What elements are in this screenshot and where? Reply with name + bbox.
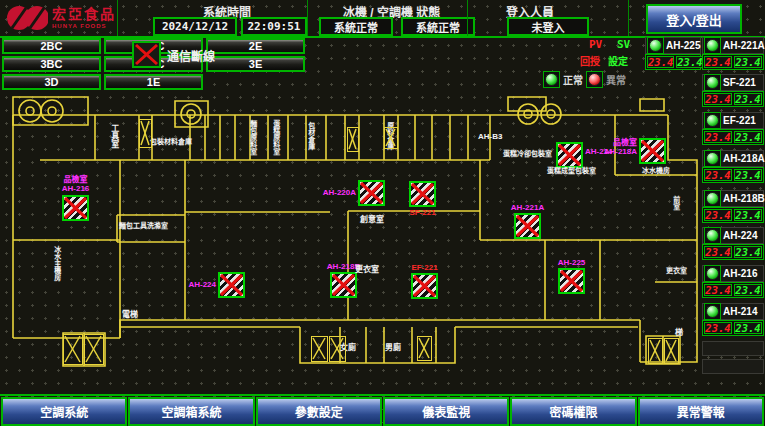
normal-pilot-light (543, 71, 560, 88)
unit-values-AH-224: 23.423.4 (702, 244, 764, 260)
unit-sv-value: 23.4 (734, 93, 762, 105)
unit-title-AH-225[interactable]: AH-225 (645, 37, 701, 54)
unit-values-AH-218B: 23.423.4 (702, 207, 764, 223)
unit-title-EF-221[interactable]: EF-221 (702, 112, 764, 129)
empty-unit-panel (702, 341, 764, 356)
normal-label: 正常 (563, 72, 583, 87)
unit-name: AH-221A (723, 40, 765, 51)
top-bar-divider (628, 0, 629, 36)
unit-name: AH-218B (723, 193, 765, 204)
stair-x-mark (648, 338, 663, 364)
unit-name: AH-214 (723, 306, 757, 317)
equipment-marker-AH-224[interactable] (218, 272, 245, 298)
room-label: 麵包工具洗滌室 (119, 222, 168, 230)
unit-pv-value: 23.4 (704, 169, 732, 181)
marker-label: 品檢室AH-216 (62, 175, 90, 193)
equipment-marker-AH-216[interactable] (62, 195, 89, 221)
unit-pilot-light (704, 190, 721, 207)
unit-title-AH-218B[interactable]: AH-218B (702, 190, 764, 207)
equipment-marker-AH-220A[interactable] (358, 180, 385, 206)
pilot-glyph (649, 39, 662, 52)
equipment-marker-EF-221[interactable] (411, 273, 438, 299)
logo-name-zh: 宏亞食品 (52, 7, 116, 22)
unit-pv-value: 23.4 (704, 322, 732, 334)
pilot-glyph (706, 192, 719, 205)
nav-button-空調系統[interactable]: 空調系統 (1, 397, 127, 426)
unit-pv-value: 23.4 (704, 56, 732, 68)
bottom-nav-bar: 空調系統空調箱系統參數設定儀表監視密碼權限異常警報 (0, 397, 765, 426)
nav-button-空調箱系統[interactable]: 空調箱系統 (128, 397, 254, 426)
zone-button-3E[interactable]: 3E (206, 56, 305, 72)
empty-unit-panel (702, 359, 764, 374)
unit-pilot-light (704, 37, 721, 54)
room-label: 冰水主機房 (53, 246, 61, 281)
nav-button-密碼權限[interactable]: 密碼權限 (510, 397, 636, 426)
unit-title-AH-216[interactable]: AH-216 (702, 265, 764, 282)
equipment-marker-AH-214[interactable] (556, 142, 583, 168)
zone-button-1E[interactable]: 1E (104, 74, 203, 90)
unit-pv-value: 23.4 (647, 56, 674, 68)
zone-button-2E[interactable]: 2E (206, 38, 305, 54)
comm-loss-label: 通信斷線 (167, 47, 215, 64)
unit-pilot-light (704, 227, 721, 244)
unit-pilot-light (704, 303, 721, 320)
hmi-main-screen: 宏亞食品 HUNYA FOODS 系統時間 2024/12/12 22:09:5… (0, 0, 765, 426)
unit-name: AH-218A (723, 153, 765, 164)
unit-pilot-light (704, 112, 721, 129)
equipment-marker-AH-218A[interactable] (639, 138, 666, 164)
normal-legend: 正常 (543, 71, 583, 88)
nav-button-異常警報[interactable]: 異常警報 (638, 397, 764, 426)
room-label: 麵包原料室 (249, 120, 257, 155)
room-label: 電梯 (122, 311, 138, 320)
marker-label: SF-221 (409, 208, 435, 217)
room-label: 包材倉庫 (307, 122, 315, 150)
unit-name: AH-216 (723, 268, 757, 279)
unit-pilot-light (704, 265, 721, 282)
room-label: AH-B3 (478, 133, 502, 142)
equipment-marker-AH-225[interactable] (558, 268, 585, 294)
room-label: 蛋糕成型包裝室 (547, 167, 596, 175)
unit-title-AH-218A[interactable]: AH-218A (702, 150, 764, 167)
marker-label: 品檢室AH-218A (604, 138, 637, 156)
unit-sv-value: 23.4 (734, 131, 762, 143)
room-label: 包裝材料倉庫 (150, 138, 192, 146)
comm-loss-legend-box (132, 41, 161, 68)
room-label: 更衣室 (666, 267, 687, 275)
login-logout-button[interactable]: 登入/登出 (646, 4, 742, 34)
marker-label: EF-221 (411, 263, 437, 272)
pilot-glyph (706, 114, 719, 127)
nav-button-參數設定[interactable]: 參數設定 (256, 397, 382, 426)
pilot-glyph (706, 152, 719, 165)
equipment-marker-SF-221[interactable] (409, 181, 436, 207)
unit-name: SF-221 (723, 77, 756, 88)
pilot-glyph (706, 76, 719, 89)
unit-values-AH-218A: 23.423.4 (702, 167, 764, 183)
unit-title-AH-224[interactable]: AH-224 (702, 227, 764, 244)
bottom-separator-line (0, 394, 765, 396)
abnormal-label: 異常 (606, 72, 626, 87)
zone-button-3BC[interactable]: 3BC (2, 56, 101, 72)
equipment-marker-AH-221A[interactable] (514, 213, 541, 239)
room-label: 工具室 (109, 124, 118, 148)
pv-name-label: 回授 (580, 53, 600, 68)
unit-title-SF-221[interactable]: SF-221 (702, 74, 764, 91)
zone-button-3D[interactable]: 3D (2, 74, 101, 90)
unit-values-SF-221: 23.423.4 (702, 91, 764, 107)
nav-button-儀表監視[interactable]: 儀表監視 (383, 397, 509, 426)
unit-pilot-light (704, 74, 721, 91)
marker-label: AH-225 (558, 258, 586, 267)
zone-button-2BC[interactable]: 2BC (2, 38, 101, 54)
equipment-marker-AH-218B[interactable] (330, 272, 357, 298)
unit-title-AH-221A[interactable]: AH-221A (702, 37, 764, 54)
ahu-status-field: 系統正常 (401, 17, 475, 36)
unit-title-AH-214[interactable]: AH-214 (702, 303, 764, 320)
comm-loss-x-icon (134, 43, 159, 66)
stair-x-mark (329, 336, 346, 362)
abnormal-pilot-light (586, 71, 603, 88)
top-bar-divider (307, 0, 308, 36)
marker-label: AH-220A (323, 188, 356, 197)
room-label: 梯 (675, 329, 683, 338)
unit-name: AH-225 (666, 40, 700, 51)
room-label: 創意室 (360, 216, 384, 225)
room-label: 冰水機房 (642, 167, 670, 175)
